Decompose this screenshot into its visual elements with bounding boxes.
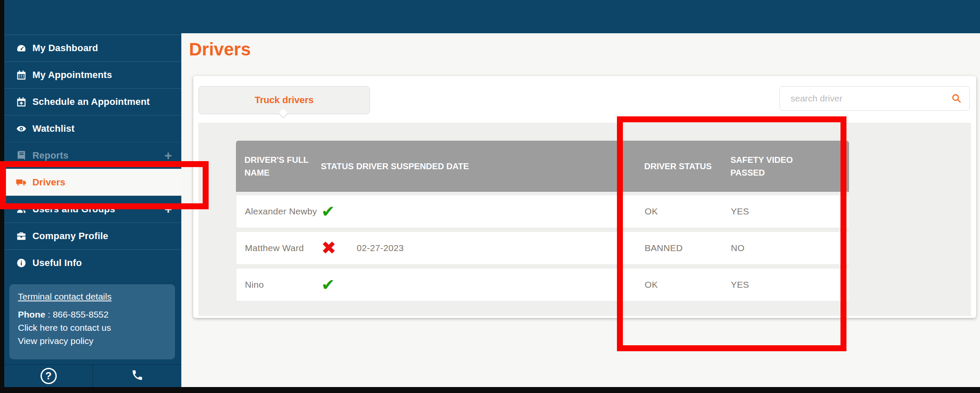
sidebar-item-my-appointments[interactable]: My Appointments	[4, 61, 181, 88]
sidebar-item-label: Drivers	[32, 177, 65, 188]
column-header-4: DRIVER STATUS	[644, 160, 730, 173]
column-header-5: SAFETY VIDEO PASSED	[730, 153, 849, 179]
screen: My DashboardMy AppointmentsSchedule an A…	[0, 0, 980, 393]
cell-status: ✔	[321, 277, 357, 293]
column-header-3: DRIVER SUSPENDED DATE	[356, 160, 644, 173]
help-icon: ?	[41, 368, 57, 384]
cell-safety-video: NO	[731, 243, 849, 253]
sidebar-item-company-profile[interactable]: Company Profile	[4, 223, 181, 249]
sidebar-item-drivers[interactable]: Drivers	[4, 169, 181, 196]
table-row: Nino✔OKYES	[236, 268, 849, 301]
expand-plus-icon[interactable]: +	[164, 203, 172, 216]
sidebar-item-reports[interactable]: Reports+	[4, 142, 181, 169]
users-icon	[15, 203, 27, 215]
table-body: Alexander Newby✔OKYESMatthew Ward✖02-27-…	[236, 195, 849, 301]
sidebar-item-schedule-an-appointment[interactable]: Schedule an Appointment	[4, 88, 181, 115]
sidebar-item-useful-info[interactable]: Useful Info	[4, 249, 181, 276]
cell-driver-status: OK	[645, 280, 731, 290]
help-button[interactable]: ?	[4, 365, 93, 387]
sidebar-nav: My DashboardMy AppointmentsSchedule an A…	[4, 35, 181, 276]
sidebar-item-label: Schedule an Appointment	[32, 96, 150, 107]
search-input[interactable]	[779, 86, 970, 111]
phone-label: Phone	[18, 309, 45, 319]
search-icon[interactable]	[951, 93, 962, 104]
cell-driver-name: Alexander Newby	[236, 206, 321, 217]
calendar-plus-icon	[15, 96, 27, 108]
sidebar-item-users-and-groups[interactable]: Users and Groups+	[4, 196, 181, 223]
sidebar-item-label: Users and Groups	[32, 204, 115, 215]
cell-driver-status: BANNED	[645, 243, 731, 253]
info-icon	[15, 257, 27, 269]
sidebar-item-label: Watchlist	[32, 123, 75, 134]
table-row: Alexander Newby✔OKYES	[236, 195, 849, 228]
truck-icon	[15, 176, 27, 188]
eye-icon	[15, 123, 27, 135]
sidebar-item-label: Reports	[32, 150, 69, 161]
drivers-card: Truck drivers DRIVER'S FULL NAMESTATUSDR…	[193, 76, 976, 318]
expand-plus-icon[interactable]: +	[164, 149, 172, 162]
app-window: My DashboardMy AppointmentsSchedule an A…	[4, 0, 980, 387]
table-header-row: DRIVER'S FULL NAMESTATUSDRIVER SUSPENDED…	[236, 141, 849, 192]
calendar-icon	[15, 69, 27, 81]
status-check-icon: ✔	[321, 202, 335, 220]
sidebar-item-my-dashboard[interactable]: My Dashboard	[4, 35, 181, 61]
sidebar-item-label: My Dashboard	[32, 43, 98, 54]
contact-us-link[interactable]: Click here to contact us	[18, 321, 166, 334]
sidebar: My DashboardMy AppointmentsSchedule an A…	[4, 0, 181, 387]
dashboard-icon	[15, 42, 27, 54]
status-cross-icon: ✖	[321, 238, 337, 258]
tab-label: Truck drivers	[255, 95, 314, 106]
sidebar-item-label: Useful Info	[32, 257, 82, 269]
sidebar-item-watchlist[interactable]: Watchlist	[4, 115, 181, 142]
phone-button[interactable]	[93, 365, 181, 387]
cell-safety-video: YES	[731, 280, 849, 290]
terminal-contact-panel: Terminal contact details Phone : 866-855…	[9, 284, 175, 359]
cell-driver-name: Matthew Ward	[236, 243, 321, 253]
tab-panel: DRIVER'S FULL NAMESTATUSDRIVER SUSPENDED…	[198, 123, 971, 316]
book-icon	[15, 150, 27, 162]
phone-line: Phone : 866-855-8552	[18, 308, 166, 321]
terminal-contact-details-link[interactable]: Terminal contact details	[18, 292, 111, 302]
sidebar-item-label: Company Profile	[32, 231, 108, 242]
cell-status: ✔	[321, 203, 357, 220]
cell-safety-video: YES	[731, 206, 849, 217]
drivers-table: DRIVER'S FULL NAMESTATUSDRIVER SUSPENDED…	[236, 141, 849, 301]
table-row: Matthew Ward✖02-27-2023BANNEDNO	[236, 231, 849, 265]
sidebar-footer: ?	[4, 364, 181, 387]
status-check-icon: ✔	[321, 276, 335, 294]
page-title: Drivers	[189, 39, 251, 60]
phone-separator: :	[45, 309, 53, 319]
column-header-2: STATUS	[321, 160, 356, 173]
phone-number: 866-855-8552	[53, 309, 109, 319]
search-wrap	[779, 86, 970, 111]
sidebar-item-label: My Appointments	[32, 69, 112, 81]
cell-suspended-date: 02-27-2023	[357, 243, 645, 253]
phone-icon	[131, 369, 144, 383]
cell-status: ✖	[321, 239, 357, 257]
column-header-1: DRIVER'S FULL NAME	[236, 153, 321, 179]
cell-driver-name: Nino	[236, 280, 321, 290]
briefcase-icon	[15, 230, 27, 242]
privacy-policy-link[interactable]: View privacy policy	[18, 334, 166, 347]
cell-driver-status: OK	[645, 206, 731, 217]
